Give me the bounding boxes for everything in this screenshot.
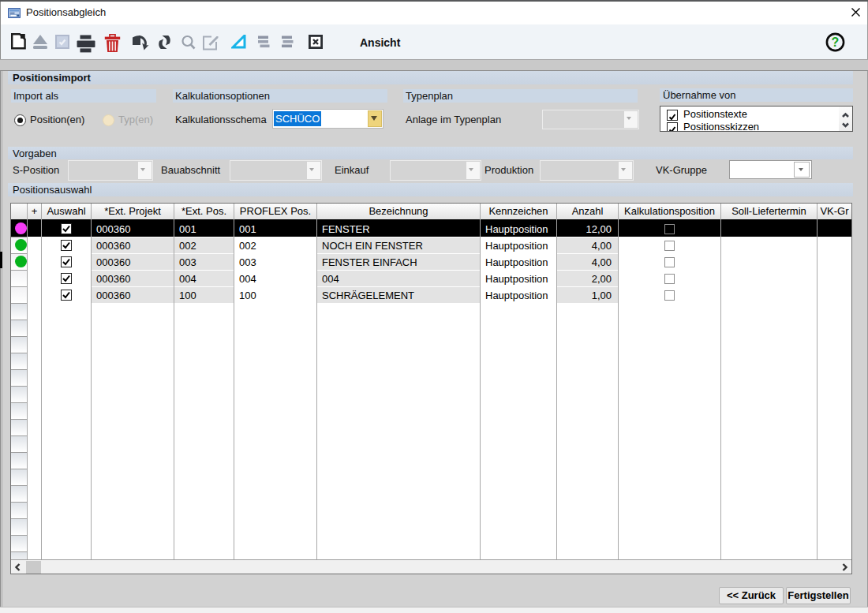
svg-text:?: ?: [832, 36, 840, 49]
